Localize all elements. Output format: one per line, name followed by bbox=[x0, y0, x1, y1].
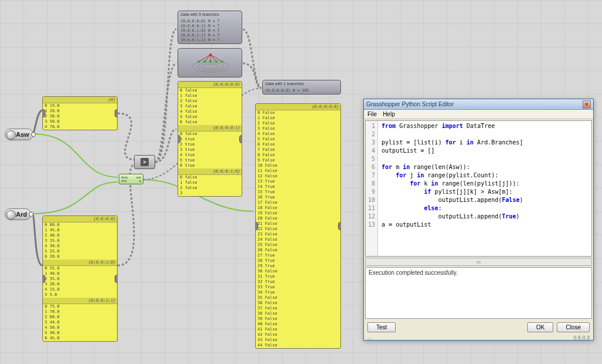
component-paramviewer-5[interactable]: Data with 5 branches {0;0;0;0;0} N = 7{0… bbox=[178, 11, 242, 44]
panel-header: {0;0;0;1;1} bbox=[43, 298, 117, 304]
python-editor-window[interactable]: Grasshopper Python Script Editor ✕ File … bbox=[363, 99, 594, 341]
param-asw[interactable]: Asw bbox=[5, 129, 34, 140]
code-area[interactable]: 1 2 3 4 5 6 7 8 9 10 11 12 13 from Grass… bbox=[365, 120, 592, 257]
line-gutter: 1 2 3 4 5 6 7 8 9 10 11 12 13 bbox=[366, 121, 378, 256]
param-label: Ard bbox=[16, 211, 27, 218]
editor-titlebar[interactable]: Grasshopper Python Script Editor ✕ bbox=[364, 99, 593, 110]
editor-button-row: Test OK Close bbox=[364, 320, 593, 335]
param-ard[interactable]: Ard bbox=[5, 208, 31, 220]
scrollbar-horizontal[interactable]: m bbox=[365, 258, 592, 266]
panel-asw[interactable]: {0} 0 19.01 28.02 38.03 50.04 78.0 bbox=[42, 96, 118, 130]
svg-point-7 bbox=[203, 60, 206, 63]
svg-point-6 bbox=[198, 60, 200, 63]
panel-header: {0;0;0;1;0} bbox=[43, 259, 117, 266]
svg-point-5 bbox=[202, 64, 219, 69]
component-title: Data with 5 branches bbox=[178, 11, 242, 18]
panel-header: {0} bbox=[43, 97, 117, 103]
panel-header: {0;0;0;0} bbox=[43, 216, 117, 223]
panel-compare-result[interactable]: {0;0;0;0;0} 0 false1 false2 false3 false… bbox=[178, 81, 242, 197]
svg-point-10 bbox=[221, 60, 223, 63]
svg-point-9 bbox=[215, 60, 218, 63]
ok-button[interactable]: OK bbox=[527, 322, 553, 332]
panel-output-list[interactable]: {0;0;0;0;0} 0 False1 False2 False3 False… bbox=[255, 103, 341, 349]
close-icon[interactable]: ✕ bbox=[583, 100, 591, 109]
test-button[interactable]: Test bbox=[367, 322, 396, 332]
tree-graph-icon bbox=[178, 49, 243, 78]
status-text: Execution completed successfully. bbox=[369, 269, 458, 276]
menu-file[interactable]: File bbox=[367, 111, 377, 117]
version-label: 0.6.0.3 bbox=[573, 335, 590, 341]
svg-point-8 bbox=[209, 60, 212, 63]
output-pane: Execution completed successfully. bbox=[365, 267, 592, 319]
callout-lines bbox=[0, 0, 176, 88]
larger-than-icon: > bbox=[141, 158, 149, 166]
code-text[interactable]: from Grasshopper import DataTree pylist … bbox=[378, 121, 591, 256]
panel-body: 0 19.01 28.02 38.03 50.04 78.0 bbox=[43, 103, 117, 130]
svg-point-4 bbox=[198, 62, 223, 70]
param-label: Asw bbox=[16, 131, 29, 138]
editor-title: Grasshopper Python Script Editor bbox=[366, 101, 583, 107]
component-ghpython[interactable]: Asw out Ard a bbox=[119, 174, 143, 184]
component-tree-graph[interactable] bbox=[178, 48, 242, 77]
menu-help[interactable]: Help bbox=[383, 111, 395, 117]
component-paramviewer-1[interactable]: Data with 1 branches {0;0;0;0;0} N = 105 bbox=[262, 80, 341, 95]
editor-menubar: File Help bbox=[364, 110, 593, 119]
editor-footer: ... 0.6.0.3 bbox=[364, 335, 593, 343]
component-larger-than[interactable]: > bbox=[134, 155, 155, 169]
menu-ellipsis[interactable]: ... bbox=[367, 335, 372, 341]
close-button[interactable]: Close bbox=[557, 322, 590, 332]
panel-ard[interactable]: {0;0;0;0} 0 60.01 45.02 40.03 35.04 30.0… bbox=[42, 215, 118, 342]
